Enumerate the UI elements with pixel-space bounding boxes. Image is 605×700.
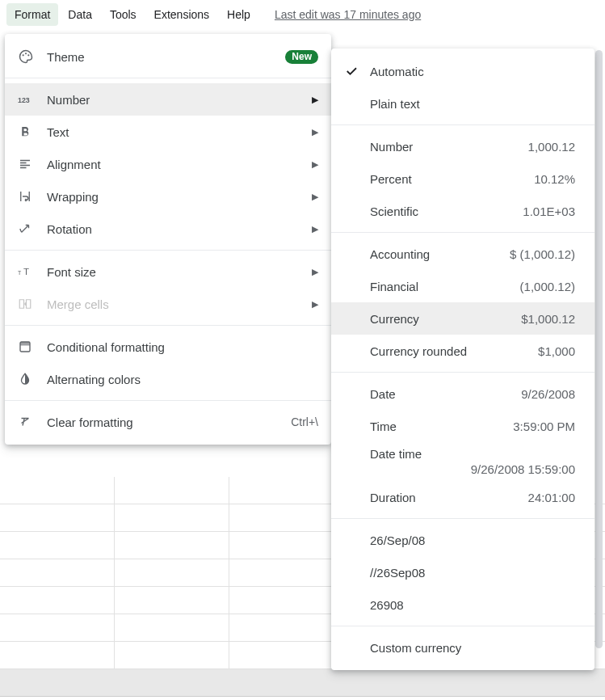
svg-text:T: T [18,270,22,276]
submenu-example: (1,000.12) [520,280,575,293]
submenu-item-financial[interactable]: Financial (1,000.12) [331,270,594,302]
menu-label: Theme [47,50,285,64]
submenu-example: 1,000.12 [528,140,575,154]
submenu-label: Date [370,387,521,401]
wrap-icon [18,189,47,204]
separator [331,124,594,125]
menu-help[interactable]: Help [219,3,258,26]
svg-point-1 [25,53,27,54]
menu-label: Clear formatting [47,415,291,429]
menu-item-alignment[interactable]: Alignment ▶ [5,148,331,180]
separator [331,518,594,519]
conditional-format-icon [18,339,47,354]
submenu-item-number[interactable]: Number 1,000.12 [331,130,594,162]
submenu-label: Duration [370,491,528,504]
scrollbar-thumb[interactable] [595,50,603,648]
submenu-label: Accounting [370,247,510,261]
shortcut-label: Ctrl+\ [291,415,318,428]
submenu-item-percent[interactable]: Percent 10.12% [331,162,594,195]
svg-point-0 [23,54,24,56]
menu-item-wrapping[interactable]: Wrapping ▶ [5,180,331,213]
number-icon: 123 [18,94,47,105]
menu-item-text[interactable]: Text ▶ [5,116,331,148]
submenu-item-date[interactable]: Date 9/26/2008 [331,377,594,410]
last-edit-link[interactable]: Last edit was 17 minutes ago [275,8,421,21]
new-badge: New [285,50,318,64]
chevron-right-icon: ▶ [312,267,318,277]
submenu-item-currency-rounded[interactable]: Currency rounded $1,000 [331,335,594,367]
align-icon [18,157,47,171]
submenu-example: 9/26/2008 15:59:00 [370,462,575,476]
menubar: Format Data Tools Extensions Help Last e… [0,0,605,29]
menu-item-conditional-formatting[interactable]: Conditional formatting [5,331,331,363]
submenu-item-scientific[interactable]: Scientific 1.01E+03 [331,195,594,227]
palette-icon [18,48,47,65]
droplet-icon [18,372,47,386]
submenu-example: 3:59:00 PM [513,420,575,433]
submenu-label: Percent [370,172,534,186]
scrollbar[interactable] [595,50,603,697]
submenu-example: $1,000.12 [521,312,575,326]
chevron-right-icon: ▶ [312,127,318,137]
submenu-item-plain-text[interactable]: Plain text [331,87,594,120]
submenu-example: 24:01:00 [528,491,575,504]
separator [5,325,331,326]
menu-label: Wrapping [47,190,312,204]
submenu-item-custom-1[interactable]: 26/Sep/08 [331,524,594,556]
chevron-right-icon: ▶ [312,192,318,202]
bold-icon [18,124,47,139]
submenu-item-custom-2[interactable]: //26Sep08 [331,556,594,588]
submenu-item-custom-3[interactable]: 26908 [331,588,594,621]
menu-item-merge-cells: Merge cells ▶ [5,288,331,320]
submenu-label: Currency [370,312,521,326]
submenu-label: Date time [370,447,575,461]
chevron-right-icon: ▶ [312,224,318,234]
menu-label: Font size [47,265,312,279]
submenu-item-currency[interactable]: Currency $1,000.12 [331,302,594,335]
submenu-example: $ (1,000.12) [510,247,575,261]
menu-data[interactable]: Data [60,3,100,26]
submenu-label: //26Sep08 [370,566,575,580]
menu-tools[interactable]: Tools [102,3,145,26]
submenu-label: Custom currency [370,641,575,655]
menu-label: Alternating colors [47,373,318,386]
submenu-label: Plain text [370,97,575,111]
menu-item-clear-formatting[interactable]: Clear formatting Ctrl+\ [5,406,331,438]
submenu-example: 1.01E+03 [523,205,575,218]
menu-item-font-size[interactable]: TT Font size ▶ [5,255,331,288]
submenu-item-automatic[interactable]: Automatic [331,55,594,87]
svg-text:T: T [23,267,29,276]
menu-extensions[interactable]: Extensions [146,3,217,26]
svg-text:123: 123 [18,96,30,104]
submenu-label: Time [370,420,513,433]
menu-label: Rotation [47,222,312,236]
submenu-item-custom-currency[interactable]: Custom currency [331,631,594,664]
menu-item-alternating-colors[interactable]: Alternating colors [5,363,331,395]
submenu-label: Currency rounded [370,344,538,358]
submenu-item-time[interactable]: Time 3:59:00 PM [331,410,594,442]
clear-format-icon [18,415,47,429]
submenu-label: Financial [370,280,520,293]
submenu-label: 26908 [370,598,575,612]
separator [5,400,331,401]
chevron-right-icon: ▶ [312,95,318,105]
font-size-icon: TT [18,264,47,279]
submenu-item-date-time[interactable]: Date time 9/26/2008 15:59:00 [331,442,594,481]
menu-item-theme[interactable]: Theme New [5,40,331,73]
submenu-example: 10.12% [534,172,575,186]
svg-rect-7 [20,342,30,346]
menu-format[interactable]: Format [6,3,58,26]
menu-item-number[interactable]: 123 Number ▶ [5,83,331,116]
chevron-right-icon: ▶ [312,299,318,310]
submenu-label: Scientific [370,205,523,218]
menu-item-rotation[interactable]: Rotation ▶ [5,213,331,245]
chevron-right-icon: ▶ [312,159,318,170]
menu-label: Merge cells [47,297,312,311]
separator [5,78,331,78]
submenu-item-accounting[interactable]: Accounting $ (1,000.12) [331,238,594,270]
submenu-item-duration[interactable]: Duration 24:01:00 [331,481,594,513]
svg-point-2 [27,54,29,56]
rotation-icon [18,221,47,236]
merge-icon [18,297,47,311]
menu-label: Alignment [47,158,312,171]
